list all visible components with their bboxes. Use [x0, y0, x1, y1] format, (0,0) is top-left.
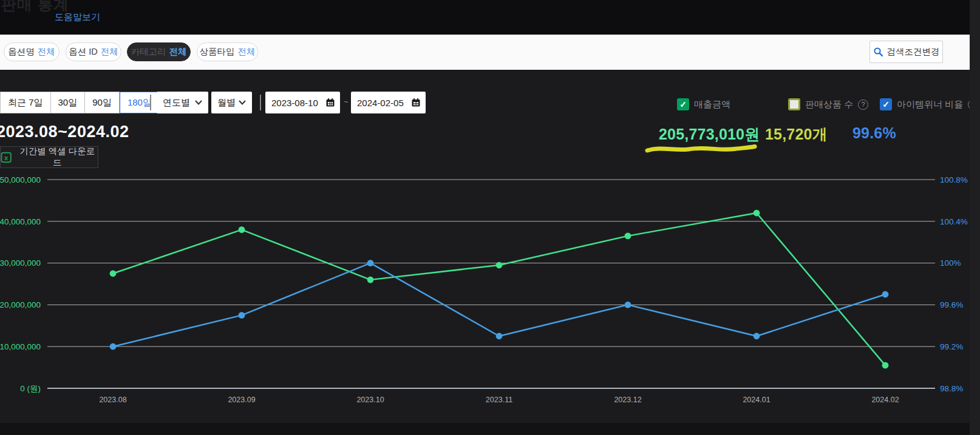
svg-text:0 (원): 0 (원) [20, 384, 41, 393]
chart-gridlines [47, 180, 935, 388]
chevron-down-icon [195, 100, 202, 105]
svg-text:50,000,000: 50,000,000 [0, 175, 41, 184]
filter-pill-option-name[interactable]: 옵션명 전체 [4, 42, 60, 61]
range-button-180d[interactable]: 180일 [120, 92, 160, 113]
excel-download-button[interactable]: x 기간별 엑셀 다운로드 [0, 146, 98, 168]
chevron-down-icon [239, 100, 246, 105]
top-bar: 판매 통계 도움말보기 [0, 0, 980, 35]
svg-text:100.8%: 100.8% [940, 175, 968, 184]
summary-sales-amount: 205,773,010원 [659, 124, 760, 144]
dropdown-year-label: 연도별 [163, 97, 190, 109]
dropdown-month[interactable]: 월별 [211, 92, 252, 113]
scrollbar-track[interactable] [970, 0, 980, 435]
pill-value: 전체 [238, 46, 256, 58]
legend-label-winner-ratio: 아이템위너 비율 [897, 99, 963, 110]
svg-text:30,000,000: 30,000,000 [0, 258, 41, 268]
calendar-icon[interactable] [411, 98, 421, 107]
range-button-30d[interactable]: 30일 [51, 92, 86, 113]
filter-pill-category[interactable]: 카테고리 전체 [127, 42, 191, 61]
legend-label-items-sold: 판매상품 수 [805, 99, 853, 110]
svg-text:2023.09: 2023.09 [228, 396, 255, 404]
summary-winner-ratio: 99.6% [852, 124, 896, 142]
svg-text:99.2%: 99.2% [940, 342, 963, 351]
chart-left-axis-labels: 50,000,00040,000,00030,000,00020,000,000… [0, 175, 41, 393]
footer-strip [0, 423, 980, 435]
chart-right-axis-labels: 100.8%100.4%100%99.6%99.2%98.8% [940, 175, 968, 393]
range-button-90d[interactable]: 90일 [85, 92, 120, 113]
legend-item-sales: ✓ 매출금액 [677, 98, 730, 110]
divider [150, 95, 151, 110]
svg-text:20,000,000: 20,000,000 [0, 300, 41, 309]
filter-pill-option-id[interactable]: 옵션 ID 전체 [66, 42, 121, 61]
checkbox-sales[interactable]: ✓ [677, 98, 689, 110]
svg-text:2023.12: 2023.12 [614, 396, 641, 404]
search-condition-button[interactable]: 검색조건변경 [869, 41, 943, 63]
legend-label-sales: 매출금액 [694, 99, 730, 110]
search-button-label: 검색조건변경 [887, 46, 940, 58]
svg-text:40,000,000: 40,000,000 [0, 217, 41, 226]
pill-label: 옵션명 [8, 46, 35, 58]
filter-pill-product-type[interactable]: 상품타입 전체 [197, 42, 258, 61]
excel-button-label: 기간별 엑셀 다운로드 [16, 146, 98, 169]
svg-text:99.6%: 99.6% [940, 300, 963, 309]
svg-text:2024.01: 2024.01 [743, 396, 770, 404]
pill-value: 전체 [101, 46, 118, 58]
legend-item-winner-ratio: ✓ 아이템위너 비율 ? [880, 98, 978, 110]
svg-text:100.4%: 100.4% [940, 217, 968, 226]
highlight-annotation [645, 143, 758, 154]
search-icon [873, 47, 883, 57]
check-icon: ✓ [679, 99, 687, 109]
check-icon: ✓ [882, 99, 890, 109]
pill-value: 전체 [169, 46, 187, 58]
svg-text:2023.10: 2023.10 [356, 396, 384, 404]
date-range-group: 최근 7일 30일 90일 180일 [0, 92, 160, 113]
period-title: 2023.08~2024.02 [0, 123, 129, 141]
calendar-icon[interactable] [325, 98, 335, 107]
chart-series-0 [110, 210, 889, 369]
date-to-input[interactable]: 2024-02-05 [351, 92, 426, 113]
filter-bar: 옵션명 전체 옵션 ID 전체 카테고리 전체 상품타입 전체 검색조건변경 [0, 35, 980, 70]
chart-category-labels: 2023.082023.092023.102023.112023.122024.… [99, 396, 899, 404]
help-icon[interactable]: ? [858, 99, 868, 110]
svg-text:2023.08: 2023.08 [99, 396, 126, 404]
date-from-value: 2023-08-10 [271, 98, 318, 108]
legend-item-items-sold: 판매상품 수 ? [788, 98, 868, 110]
excel-icon: x [1, 152, 12, 163]
date-from-input[interactable]: 2023-08-10 [265, 92, 340, 113]
svg-text:x: x [4, 153, 9, 161]
divider [260, 95, 261, 110]
date-range-tilde: ~ [344, 97, 349, 106]
pill-value: 전체 [38, 46, 55, 58]
pill-label: 옵션 ID [69, 46, 98, 58]
svg-text:2023.11: 2023.11 [486, 396, 512, 404]
checkbox-items-sold[interactable] [788, 98, 800, 110]
svg-text:100%: 100% [940, 258, 961, 268]
pill-label: 상품타입 [200, 46, 235, 58]
help-link[interactable]: 도움말보기 [55, 12, 100, 23]
svg-text:2024.02: 2024.02 [871, 396, 899, 404]
checkbox-winner-ratio[interactable]: ✓ [880, 98, 892, 110]
dropdown-month-label: 월별 [217, 97, 236, 109]
summary-items-sold: 15,720개 [765, 124, 828, 144]
dropdown-year[interactable]: 연도별 [157, 92, 208, 113]
range-button-7d[interactable]: 최근 7일 [0, 92, 51, 113]
svg-text:10,000,000: 10,000,000 [0, 342, 41, 351]
pill-label: 카테고리 [131, 46, 166, 58]
sales-chart: 50,000,00040,000,00030,000,00020,000,000… [0, 173, 980, 423]
date-to-value: 2024-02-05 [357, 98, 404, 108]
svg-text:98.8%: 98.8% [940, 384, 963, 393]
